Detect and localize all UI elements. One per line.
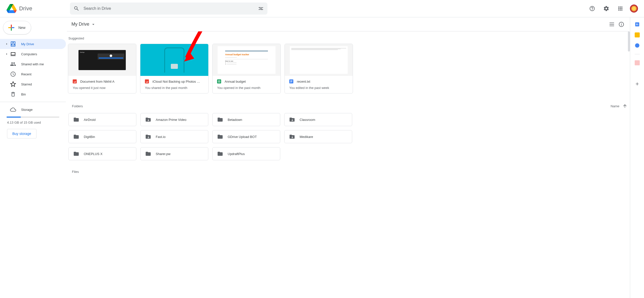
- thumbnail: Annual budget tracker───────────How to u…: [213, 44, 280, 76]
- apps-button[interactable]: [615, 3, 626, 14]
- help-button[interactable]: [587, 3, 598, 14]
- shared-folder-icon: [289, 117, 295, 123]
- folder-name: Amazon Prime Video: [156, 118, 186, 122]
- folder-name: UpdraftPlus: [228, 152, 245, 156]
- folder-grid: AirDroidAmazon Prime VideoBetadownClassr…: [68, 113, 628, 160]
- folder-item[interactable]: UpdraftPlus: [212, 147, 280, 160]
- breadcrumb[interactable]: My Drive: [69, 20, 98, 28]
- sheets-file-icon: [217, 79, 221, 83]
- thumbnail: [285, 44, 353, 76]
- main-header: My Drive: [67, 17, 629, 31]
- search-input[interactable]: [84, 6, 258, 11]
- app-name: Drive: [19, 5, 32, 12]
- details-icon[interactable]: [618, 21, 624, 27]
- folder-item[interactable]: AirDroid: [68, 113, 136, 126]
- folder-name: Classroom: [300, 118, 315, 122]
- tasks-addon[interactable]: [635, 43, 640, 48]
- storage-bar: [7, 117, 59, 118]
- account-avatar[interactable]: [630, 5, 638, 13]
- nav-item-bin[interactable]: Bin: [0, 89, 66, 99]
- breadcrumb-label: My Drive: [71, 22, 89, 27]
- pdf-addon[interactable]: [635, 60, 640, 65]
- folder-icon: [73, 117, 79, 123]
- list-view-icon[interactable]: [609, 21, 615, 27]
- nav-item-starred[interactable]: Starred: [0, 79, 66, 89]
- search-bar[interactable]: [70, 3, 267, 15]
- folders-header: Folders Name: [72, 104, 627, 109]
- scrollbar[interactable]: [628, 31, 630, 52]
- plus-icon: [7, 23, 16, 32]
- nav: My DriveComputersShared with meRecentSta…: [0, 39, 66, 99]
- folder-item[interactable]: Medikare: [284, 130, 352, 143]
- star-icon: [10, 81, 16, 87]
- suggested-card[interactable]: recent.txtYou edited in the past week: [285, 44, 353, 93]
- folder-icon: [217, 151, 223, 157]
- folder-name: Sharer.pw: [156, 152, 171, 156]
- nav-item-shared-with-me[interactable]: Shared with me: [0, 59, 66, 69]
- computers-icon: [10, 51, 16, 57]
- nav-item-label: Recent: [21, 72, 31, 76]
- folder-name: AirDroid: [84, 118, 96, 122]
- folder-item[interactable]: Classroom: [284, 113, 352, 126]
- sort-arrow-up-icon[interactable]: [622, 104, 627, 109]
- nav-item-label: Shared with me: [21, 62, 44, 66]
- thumbnail: [140, 44, 208, 76]
- folder-item[interactable]: ONEPLUS X: [68, 147, 136, 160]
- suggested-subtitle: You opened in the past month: [217, 86, 276, 90]
- shared-folder-icon: [145, 134, 151, 140]
- apps-grid-icon: [617, 6, 623, 12]
- suggested-card[interactable]: iCloud Not Backing up Photos …You shared…: [140, 44, 209, 93]
- nav-item-computers[interactable]: Computers: [0, 49, 66, 59]
- suggested-heading: Suggested: [68, 36, 628, 40]
- image-file-icon: [73, 79, 77, 83]
- nav-item-label: Bin: [21, 92, 26, 96]
- folder-item[interactable]: DigitBin: [68, 130, 136, 143]
- nav-item-recent[interactable]: Recent: [0, 69, 66, 79]
- folder-icon: [73, 151, 79, 157]
- search-options-icon[interactable]: [258, 6, 264, 12]
- suggested-grid: Settings Document from Nikhil AYou opene…: [68, 44, 628, 93]
- svg-rect-0: [73, 79, 77, 83]
- suggested-subtitle: You edited in the past week: [289, 86, 348, 90]
- files-heading: Files: [72, 170, 628, 174]
- nav-item-my-drive[interactable]: My Drive: [0, 39, 66, 49]
- folder-item[interactable]: Amazon Prime Video: [140, 113, 208, 126]
- dropdown-caret-icon: [91, 22, 96, 27]
- folder-icon: [145, 151, 151, 157]
- nav-storage[interactable]: Storage: [0, 105, 66, 115]
- suggested-card[interactable]: Annual budget tracker───────────How to u…: [212, 44, 281, 93]
- drive-logo-icon: [7, 4, 17, 14]
- cloud-icon: [10, 107, 16, 113]
- add-addon-icon[interactable]: [635, 81, 640, 86]
- search-icon: [73, 6, 79, 12]
- buy-storage-button[interactable]: Buy storage: [7, 129, 36, 138]
- nav-item-label: Computers: [21, 52, 37, 56]
- suggested-title: recent.txt: [297, 80, 310, 83]
- keep-addon[interactable]: [635, 32, 640, 37]
- storage-used-text: 4.13 GB of 15 GB used: [7, 121, 66, 124]
- sort-label[interactable]: Name: [611, 104, 619, 108]
- folder-icon: [217, 117, 223, 123]
- folder-name: Betadown: [228, 118, 242, 122]
- main: My Drive Suggested Settings Document fro…: [66, 17, 630, 298]
- folder-name: DigitBin: [84, 135, 95, 139]
- logo[interactable]: Drive: [4, 4, 70, 14]
- settings-button[interactable]: [601, 3, 612, 14]
- thumbnail: Settings: [68, 44, 136, 76]
- suggested-title: iCloud Not Backing up Photos …: [152, 80, 200, 83]
- folder-item[interactable]: Sharer.pw: [140, 147, 208, 160]
- calendar-addon[interactable]: 31: [635, 22, 640, 27]
- nav-item-label: My Drive: [21, 42, 34, 46]
- suggested-subtitle: You shared in the past month: [145, 86, 204, 90]
- folder-item[interactable]: GDrive Upload BOT: [212, 130, 280, 143]
- folder-name: Medikare: [300, 135, 313, 139]
- docs-file-icon: [289, 79, 293, 83]
- suggested-title: Annual budget: [225, 80, 246, 83]
- folder-item[interactable]: Fast.io: [140, 130, 208, 143]
- recent-icon: [10, 71, 16, 77]
- shared-folder-icon: [289, 134, 295, 140]
- new-button[interactable]: New: [3, 21, 31, 34]
- svg-rect-1: [145, 79, 149, 83]
- folder-item[interactable]: Betadown: [212, 113, 280, 126]
- suggested-card[interactable]: Settings Document from Nikhil AYou opene…: [68, 44, 136, 93]
